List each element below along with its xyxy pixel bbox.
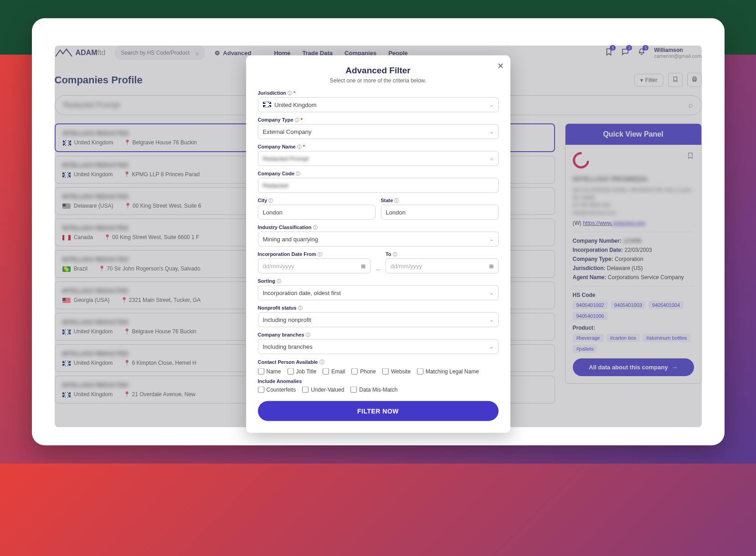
sliders-icon: ⚙ bbox=[215, 50, 220, 56]
chevron-down-icon: ⌄ bbox=[489, 236, 494, 242]
hs-code-tag[interactable]: 9405401002 bbox=[573, 301, 608, 309]
nonprofit-label: Nonprofit status ⓘ bbox=[258, 305, 499, 311]
svg-rect-2 bbox=[693, 80, 696, 82]
bell-icon[interactable]: 5 bbox=[638, 48, 646, 58]
advanced-button[interactable]: ⚙ Advanced bbox=[215, 50, 251, 56]
date-from-input[interactable]: dd/mm/yyyy▦ bbox=[258, 258, 371, 273]
anomaly-check[interactable]: Counterfeits bbox=[258, 386, 296, 393]
date-to-label: To ⓘ bbox=[386, 251, 499, 257]
contact-section-label: Contact Person Available ⓘ bbox=[258, 358, 499, 365]
chat-icon[interactable]: 2 bbox=[621, 48, 629, 58]
product-tag[interactable]: #aluminum bottles bbox=[643, 334, 690, 342]
chevron-down-icon: ⌄ bbox=[489, 128, 494, 134]
state-label: State ⓘ bbox=[381, 197, 499, 204]
chevron-down-icon: ⌄ bbox=[489, 102, 494, 107]
advanced-filter-modal: ✕ Advanced Filter Select one or more of … bbox=[246, 55, 510, 433]
hs-code-tag[interactable]: 9405401004 bbox=[648, 301, 684, 309]
company-code-label: Company Code ⓘ bbox=[258, 170, 499, 177]
industry-select[interactable]: Mining and quarrying⌄ bbox=[258, 231, 499, 246]
contact-check[interactable]: Name bbox=[258, 368, 281, 374]
industry-label: Industry Classification ⓘ bbox=[258, 224, 499, 230]
company-name-input[interactable]: Redacted Prompt⌕ bbox=[258, 151, 499, 166]
filter-now-button[interactable]: FILTER NOW bbox=[258, 401, 499, 421]
product-tag[interactable]: #pallets bbox=[573, 345, 597, 353]
company-code-input[interactable]: Redacted bbox=[258, 178, 499, 193]
search-icon: ⌕ bbox=[490, 156, 494, 161]
hs-code-tag[interactable]: 9405401003 bbox=[611, 301, 646, 309]
product-tag[interactable]: #beverage bbox=[573, 334, 604, 342]
user-menu[interactable]: Williamson cameron@gmail.com bbox=[654, 47, 701, 59]
product-tag[interactable]: #carton box bbox=[607, 334, 640, 342]
svg-rect-1 bbox=[693, 77, 696, 78]
company-name-blur: INTELLIGO PROMEDIA bbox=[573, 175, 694, 183]
company-type-label: Company Type ⓘ * bbox=[258, 117, 499, 123]
modal-subtitle: Select one or more of the criteria below… bbox=[258, 77, 499, 83]
nonprofit-select[interactable]: Including nonprofit⌄ bbox=[258, 312, 499, 327]
company-type-select[interactable]: External Company⌄ bbox=[258, 124, 499, 139]
city-input[interactable] bbox=[258, 204, 375, 219]
calendar-icon: ▦ bbox=[361, 263, 365, 269]
anomaly-check[interactable]: Data Mis-Match bbox=[350, 386, 397, 393]
all-data-button[interactable]: All data about this company→ bbox=[573, 358, 694, 376]
chevron-down-icon: ⌄ bbox=[489, 343, 494, 349]
filter-button[interactable]: ▾Filter bbox=[634, 74, 663, 87]
anomaly-check[interactable]: Under-Valued bbox=[302, 386, 344, 393]
quick-view-panel: Quick View Panel INTELLIGO PROMEDIA 501 … bbox=[565, 123, 702, 384]
company-name-label: Company Name ⓘ * bbox=[258, 143, 499, 150]
date-to-input[interactable]: dd/mm/yyyy▦ bbox=[386, 258, 499, 273]
bookmark-icon[interactable]: 5 bbox=[605, 48, 613, 58]
close-button[interactable]: ✕ bbox=[497, 61, 504, 71]
sorting-label: Sorting ⓘ bbox=[258, 278, 499, 284]
print-button[interactable] bbox=[687, 73, 702, 87]
city-label: City ⓘ bbox=[258, 197, 375, 204]
search-icon: ⌕ bbox=[689, 101, 693, 109]
page-title: Companies Profile bbox=[55, 74, 143, 86]
search-icon: ⌕ bbox=[195, 49, 199, 56]
bookmark-icon[interactable] bbox=[687, 152, 694, 161]
sorting-select[interactable]: Incorporation date, oldest first⌄ bbox=[258, 285, 499, 300]
anomalies-section-label: Include Anomalies bbox=[258, 378, 499, 383]
company-address-blur: 501 SILVERSIDE ROAD, WILMINGTON, New Cas… bbox=[573, 186, 694, 216]
branches-select[interactable]: Including branches⌄ bbox=[258, 339, 499, 354]
state-input[interactable] bbox=[381, 204, 499, 219]
search-input[interactable] bbox=[121, 50, 195, 56]
jurisdiction-label: Jurisdiction ⓘ * bbox=[258, 90, 499, 96]
bookmark-button[interactable] bbox=[668, 73, 683, 87]
header-search[interactable]: ⌕ bbox=[114, 46, 206, 60]
branches-label: Company branches ⓘ bbox=[258, 332, 499, 338]
arrow-right-icon: → bbox=[672, 364, 678, 371]
contact-check[interactable]: Email bbox=[323, 368, 345, 374]
hs-code-tag[interactable]: 9405401006 bbox=[573, 312, 608, 320]
logo[interactable]: ADAMftd bbox=[55, 47, 106, 58]
website-link[interactable]: https://www.redacted.com bbox=[583, 220, 645, 226]
contact-check[interactable]: Matching Legal Name bbox=[417, 368, 479, 374]
quick-view-title: Quick View Panel bbox=[566, 124, 701, 145]
calendar-icon: ▦ bbox=[489, 263, 494, 269]
contact-check[interactable]: Website bbox=[382, 368, 411, 374]
contact-check[interactable]: Phone bbox=[351, 368, 376, 374]
contact-check[interactable]: Job Title bbox=[288, 368, 317, 374]
chevron-down-icon: ⌄ bbox=[489, 290, 494, 296]
jurisdiction-select[interactable]: United Kingdom⌄ bbox=[258, 97, 499, 112]
chevron-down-icon: ⌄ bbox=[489, 316, 494, 322]
modal-title: Advanced Filter bbox=[258, 65, 499, 75]
filter-icon: ▾ bbox=[640, 77, 643, 83]
company-logo bbox=[569, 149, 592, 172]
date-from-label: Incorporation Date From ⓘ bbox=[258, 251, 371, 257]
